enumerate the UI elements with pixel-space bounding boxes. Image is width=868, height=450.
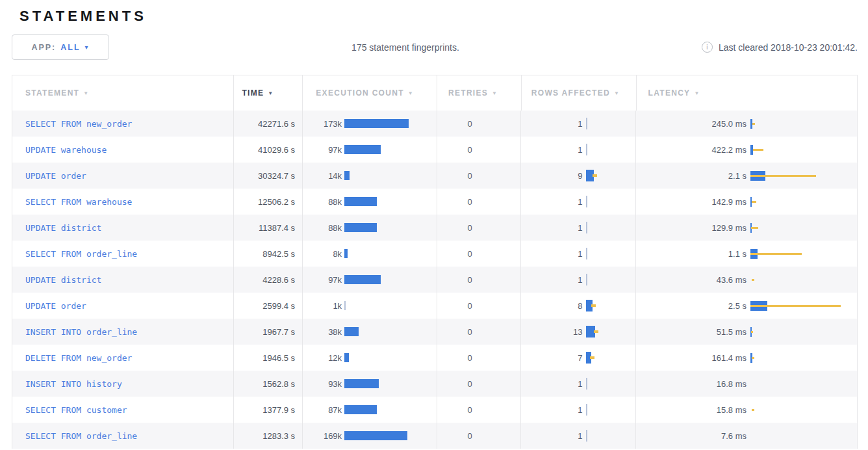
latency-cell: 16.8 ms — [636, 371, 857, 397]
execution-count-cell: 88k — [303, 215, 437, 241]
execution-count-bar — [344, 249, 348, 258]
toolbar: APP: ALL ▾ 175 statement fingerprints. i… — [12, 34, 858, 60]
time-cell: 41029.6 s — [234, 137, 303, 163]
time-cell: 2599.4 s — [234, 293, 303, 319]
column-header-statement[interactable]: STATEMENT ▼ — [12, 75, 234, 111]
rows-affected-value: 1 — [521, 379, 582, 389]
latency-bar — [750, 405, 857, 415]
execution-count-value: 87k — [303, 405, 342, 415]
sort-arrow-icon: ▼ — [268, 90, 274, 96]
statement-link[interactable]: DELETE FROM new_order — [25, 353, 132, 363]
table-row: UPDATE district 4228.6 s 97k 0 1 43.6 ms — [12, 267, 857, 293]
rows-affected-bar — [586, 118, 602, 129]
statement-cell: SELECT FROM order_line — [12, 241, 234, 267]
rows-affected-cell: 1 — [521, 397, 636, 423]
app-filter-dropdown[interactable]: APP: ALL ▾ — [12, 34, 109, 60]
execution-count-value: 38k — [303, 327, 342, 337]
time-cell: 11387.4 s — [234, 215, 303, 241]
rows-affected-value: 1 — [521, 431, 582, 441]
statements-page: STATEMENTS APP: ALL ▾ 175 statement fing… — [0, 8, 868, 450]
statement-link[interactable]: UPDATE district — [25, 223, 101, 233]
rows-affected-bar — [586, 144, 602, 155]
retries-cell: 0 — [437, 371, 522, 397]
latency-bar — [750, 275, 857, 285]
latency-value: 129.9 ms — [636, 223, 747, 233]
column-header-rows[interactable]: ROWS AFFECTED ▼ — [522, 75, 637, 111]
statement-link[interactable]: UPDATE district — [25, 275, 101, 285]
execution-count-bar — [344, 327, 359, 336]
statement-cell: INSERT INTO order_line — [12, 319, 234, 345]
statement-cell: UPDATE district — [12, 215, 234, 241]
time-value: 8942.5 s — [262, 249, 295, 259]
execution-count-bar — [344, 405, 377, 414]
time-value: 41029.6 s — [258, 145, 295, 155]
statement-link[interactable]: INSERT INTO order_line — [25, 327, 137, 337]
execution-count-cell: 93k — [303, 371, 437, 397]
rows-affected-cell: 1 — [521, 189, 636, 215]
retries-cell: 0 — [437, 215, 522, 241]
rows-affected-value: 1 — [521, 223, 582, 233]
latency-cell: 2.1 s — [636, 163, 857, 189]
statement-link[interactable]: SELECT FROM order_line — [25, 249, 137, 259]
execution-count-value: 93k — [303, 379, 342, 389]
execution-count-bar — [344, 223, 377, 232]
time-value: 1377.9 s — [262, 405, 295, 415]
retries-cell: 0 — [437, 189, 522, 215]
execution-count-cell: 169k — [303, 423, 437, 449]
time-value: 1283.3 s — [262, 431, 295, 441]
rows-affected-bar — [586, 248, 602, 259]
statement-link[interactable]: SELECT FROM customer — [25, 405, 127, 415]
latency-cell: 1.1 s — [636, 241, 857, 267]
statement-link[interactable]: SELECT FROM warehouse — [25, 197, 132, 207]
execution-count-cell: 173k — [303, 111, 437, 137]
statement-link[interactable]: UPDATE order — [25, 301, 86, 311]
retries-value: 0 — [437, 171, 472, 181]
statement-link[interactable]: UPDATE order — [25, 171, 86, 181]
statement-link[interactable]: SELECT FROM order_line — [25, 431, 137, 441]
latency-value: 245.0 ms — [636, 119, 747, 129]
execution-count-bar — [344, 119, 409, 128]
rows-affected-bar — [586, 300, 602, 311]
time-value: 1967.7 s — [262, 327, 295, 337]
time-value: 2599.4 s — [262, 301, 295, 311]
table-header: STATEMENT ▼ TIME ▼ EXECUTION COUNT ▼ RET… — [12, 75, 857, 111]
column-header-exec[interactable]: EXECUTION COUNT ▼ — [303, 75, 437, 111]
retries-value: 0 — [437, 327, 472, 337]
table-row: SELECT FROM order_line 8942.5 s 8k 0 1 1… — [12, 241, 857, 267]
execution-count-value: 88k — [303, 197, 342, 207]
execution-count-cell: 88k — [303, 189, 437, 215]
rows-affected-value: 8 — [521, 301, 582, 311]
retries-value: 0 — [437, 249, 472, 259]
execution-count-cell: 38k — [303, 319, 437, 345]
rows-affected-bar — [586, 170, 602, 181]
retries-value: 0 — [437, 405, 472, 415]
rows-affected-cell: 1 — [521, 423, 636, 449]
execution-count-bar — [344, 145, 381, 154]
app-filter-value: ALL — [60, 43, 80, 52]
execution-count-cell: 87k — [303, 397, 437, 423]
time-value: 42271.6 s — [258, 119, 295, 129]
column-header-latency[interactable]: LATENCY ▼ — [637, 75, 857, 111]
statement-link[interactable]: UPDATE warehouse — [25, 145, 107, 155]
execution-count-value: 14k — [303, 171, 342, 181]
retries-cell: 0 — [437, 397, 522, 423]
table-row: DELETE FROM new_order 1946.5 s 12k 0 7 1… — [12, 345, 857, 371]
rows-affected-cell: 8 — [521, 293, 636, 319]
rows-affected-bar — [586, 378, 602, 390]
rows-affected-value: 1 — [521, 119, 582, 129]
info-icon[interactable]: i — [702, 42, 713, 53]
statement-link[interactable]: SELECT FROM new_order — [25, 119, 132, 129]
rows-affected-bar — [586, 404, 602, 416]
statement-link[interactable]: INSERT INTO history — [25, 379, 122, 389]
sort-arrow-icon: ▼ — [408, 90, 414, 96]
rows-affected-value: 1 — [521, 145, 582, 155]
time-value: 11387.4 s — [259, 223, 295, 233]
latency-value: 2.5 s — [636, 301, 747, 311]
latency-bar — [750, 327, 857, 337]
column-header-time[interactable]: TIME ▼ — [234, 75, 303, 111]
table-row: SELECT FROM order_line 1283.3 s 169k 0 1… — [12, 423, 857, 449]
column-header-retries[interactable]: RETRIES ▼ — [437, 75, 522, 111]
statement-cell: UPDATE district — [12, 267, 234, 293]
rows-affected-bar — [586, 326, 602, 338]
rows-affected-value: 1 — [521, 275, 582, 285]
